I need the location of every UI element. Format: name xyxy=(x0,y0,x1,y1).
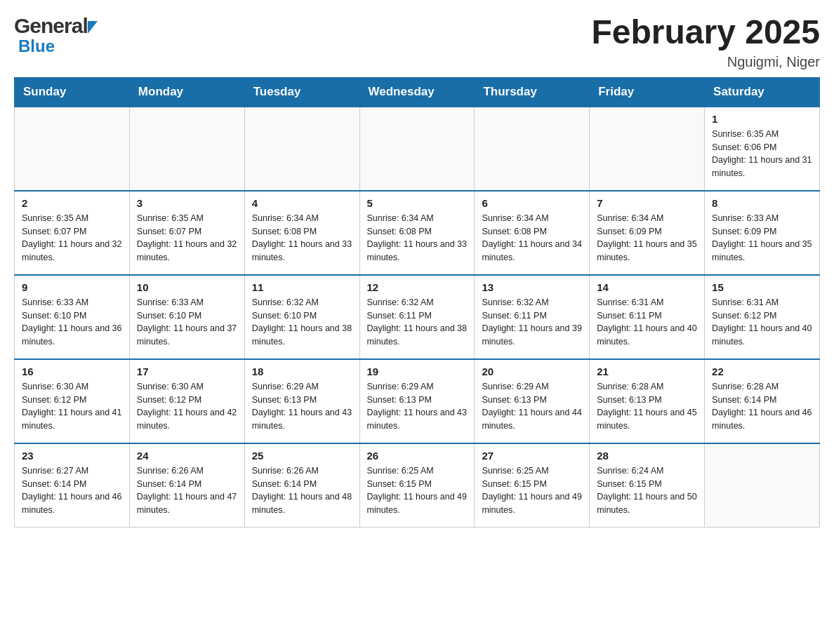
calendar-day-cell: 17Sunrise: 6:30 AMSunset: 6:12 PMDayligh… xyxy=(129,359,244,443)
day-info: Sunrise: 6:24 AMSunset: 6:15 PMDaylight:… xyxy=(597,464,697,517)
day-info: Sunrise: 6:26 AMSunset: 6:14 PMDaylight:… xyxy=(252,464,352,517)
day-info: Sunrise: 6:30 AMSunset: 6:12 PMDaylight:… xyxy=(22,380,122,433)
day-info: Sunrise: 6:27 AMSunset: 6:14 PMDaylight:… xyxy=(22,464,122,517)
day-number: 25 xyxy=(252,450,352,462)
calendar-day-cell: 5Sunrise: 6:34 AMSunset: 6:08 PMDaylight… xyxy=(359,191,475,275)
day-info: Sunrise: 6:34 AMSunset: 6:08 PMDaylight:… xyxy=(252,212,352,264)
day-number: 27 xyxy=(482,450,582,462)
calendar-day-cell: 11Sunrise: 6:32 AMSunset: 6:10 PMDayligh… xyxy=(244,275,359,359)
day-info: Sunrise: 6:33 AMSunset: 6:10 PMDaylight:… xyxy=(137,296,237,349)
calendar-day-cell: 16Sunrise: 6:30 AMSunset: 6:12 PMDayligh… xyxy=(15,359,130,443)
calendar-table: SundayMondayTuesdayWednesdayThursdayFrid… xyxy=(14,77,820,528)
calendar-day-header: Wednesday xyxy=(359,77,475,107)
calendar-day-cell xyxy=(15,107,130,191)
day-number: 26 xyxy=(367,450,468,462)
day-number: 10 xyxy=(137,281,237,293)
day-number: 2 xyxy=(22,197,122,209)
page-header: General Blue February 2025 Nguigmi, Nige… xyxy=(14,14,820,70)
day-number: 19 xyxy=(367,365,468,377)
calendar-header-row: SundayMondayTuesdayWednesdayThursdayFrid… xyxy=(15,77,820,107)
day-info: Sunrise: 6:33 AMSunset: 6:10 PMDaylight:… xyxy=(22,296,122,349)
calendar-week-row: 23Sunrise: 6:27 AMSunset: 6:14 PMDayligh… xyxy=(15,443,820,528)
calendar-day-cell: 20Sunrise: 6:29 AMSunset: 6:13 PMDayligh… xyxy=(475,359,590,443)
day-info: Sunrise: 6:35 AMSunset: 6:06 PMDaylight:… xyxy=(712,128,812,180)
logo: General Blue xyxy=(14,14,98,56)
calendar-day-cell: 25Sunrise: 6:26 AMSunset: 6:14 PMDayligh… xyxy=(244,443,359,528)
calendar-day-cell: 19Sunrise: 6:29 AMSunset: 6:13 PMDayligh… xyxy=(359,359,475,443)
logo-arrow-icon xyxy=(88,21,98,34)
day-info: Sunrise: 6:32 AMSunset: 6:11 PMDaylight:… xyxy=(482,296,582,349)
calendar-day-cell: 14Sunrise: 6:31 AMSunset: 6:11 PMDayligh… xyxy=(590,275,705,359)
day-info: Sunrise: 6:35 AMSunset: 6:07 PMDaylight:… xyxy=(22,212,122,264)
calendar-day-cell: 10Sunrise: 6:33 AMSunset: 6:10 PMDayligh… xyxy=(129,275,244,359)
day-info: Sunrise: 6:31 AMSunset: 6:12 PMDaylight:… xyxy=(712,296,812,349)
calendar-week-row: 9Sunrise: 6:33 AMSunset: 6:10 PMDaylight… xyxy=(15,275,820,359)
calendar-day-cell: 28Sunrise: 6:24 AMSunset: 6:15 PMDayligh… xyxy=(590,443,705,528)
calendar-week-row: 1Sunrise: 6:35 AMSunset: 6:06 PMDaylight… xyxy=(15,107,820,191)
calendar-day-cell: 9Sunrise: 6:33 AMSunset: 6:10 PMDaylight… xyxy=(15,275,130,359)
day-number: 9 xyxy=(22,281,122,293)
calendar-day-header: Tuesday xyxy=(244,77,359,107)
day-number: 7 xyxy=(597,197,697,209)
day-number: 14 xyxy=(597,281,697,293)
calendar-day-cell: 24Sunrise: 6:26 AMSunset: 6:14 PMDayligh… xyxy=(129,443,244,528)
day-number: 16 xyxy=(22,365,122,377)
calendar-day-cell: 18Sunrise: 6:29 AMSunset: 6:13 PMDayligh… xyxy=(244,359,359,443)
calendar-day-cell: 1Sunrise: 6:35 AMSunset: 6:06 PMDaylight… xyxy=(705,107,820,191)
day-info: Sunrise: 6:31 AMSunset: 6:11 PMDaylight:… xyxy=(597,296,697,349)
day-number: 1 xyxy=(712,113,812,125)
day-number: 12 xyxy=(367,281,468,293)
location: Nguigmi, Niger xyxy=(591,54,820,70)
calendar-day-cell: 6Sunrise: 6:34 AMSunset: 6:08 PMDaylight… xyxy=(475,191,590,275)
calendar-week-row: 16Sunrise: 6:30 AMSunset: 6:12 PMDayligh… xyxy=(15,359,820,443)
day-number: 20 xyxy=(482,365,582,377)
day-info: Sunrise: 6:29 AMSunset: 6:13 PMDaylight:… xyxy=(252,380,352,433)
day-info: Sunrise: 6:25 AMSunset: 6:15 PMDaylight:… xyxy=(482,464,582,517)
calendar-day-cell xyxy=(475,107,590,191)
day-info: Sunrise: 6:28 AMSunset: 6:14 PMDaylight:… xyxy=(712,380,812,433)
day-info: Sunrise: 6:32 AMSunset: 6:10 PMDaylight:… xyxy=(252,296,352,349)
calendar-day-header: Sunday xyxy=(15,77,130,107)
day-info: Sunrise: 6:33 AMSunset: 6:09 PMDaylight:… xyxy=(712,212,812,264)
day-info: Sunrise: 6:28 AMSunset: 6:13 PMDaylight:… xyxy=(597,380,697,433)
calendar-day-cell: 27Sunrise: 6:25 AMSunset: 6:15 PMDayligh… xyxy=(475,443,590,528)
day-number: 11 xyxy=(252,281,352,293)
day-number: 3 xyxy=(137,197,237,209)
calendar-day-cell xyxy=(244,107,359,191)
calendar-day-cell xyxy=(129,107,244,191)
day-number: 21 xyxy=(597,365,697,377)
day-number: 23 xyxy=(22,450,122,462)
day-info: Sunrise: 6:34 AMSunset: 6:08 PMDaylight:… xyxy=(367,212,468,264)
day-info: Sunrise: 6:34 AMSunset: 6:09 PMDaylight:… xyxy=(597,212,697,264)
calendar-day-header: Monday xyxy=(129,77,244,107)
logo-general-text: General xyxy=(14,14,88,38)
title-area: February 2025 Nguigmi, Niger xyxy=(591,14,820,70)
calendar-day-cell: 2Sunrise: 6:35 AMSunset: 6:07 PMDaylight… xyxy=(15,191,130,275)
day-number: 8 xyxy=(712,197,812,209)
calendar-day-cell xyxy=(359,107,475,191)
calendar-day-cell: 21Sunrise: 6:28 AMSunset: 6:13 PMDayligh… xyxy=(590,359,705,443)
calendar-day-cell: 23Sunrise: 6:27 AMSunset: 6:14 PMDayligh… xyxy=(15,443,130,528)
calendar-day-cell: 13Sunrise: 6:32 AMSunset: 6:11 PMDayligh… xyxy=(475,275,590,359)
day-number: 15 xyxy=(712,281,812,293)
day-number: 17 xyxy=(137,365,237,377)
day-number: 18 xyxy=(252,365,352,377)
day-info: Sunrise: 6:29 AMSunset: 6:13 PMDaylight:… xyxy=(482,380,582,433)
calendar-day-cell: 8Sunrise: 6:33 AMSunset: 6:09 PMDaylight… xyxy=(705,191,820,275)
logo-blue-text: Blue xyxy=(14,36,55,56)
day-number: 13 xyxy=(482,281,582,293)
day-info: Sunrise: 6:26 AMSunset: 6:14 PMDaylight:… xyxy=(137,464,237,517)
calendar-day-cell xyxy=(590,107,705,191)
day-info: Sunrise: 6:30 AMSunset: 6:12 PMDaylight:… xyxy=(137,380,237,433)
day-number: 6 xyxy=(482,197,582,209)
day-number: 5 xyxy=(367,197,468,209)
calendar-week-row: 2Sunrise: 6:35 AMSunset: 6:07 PMDaylight… xyxy=(15,191,820,275)
day-info: Sunrise: 6:25 AMSunset: 6:15 PMDaylight:… xyxy=(367,464,468,517)
calendar-day-cell: 26Sunrise: 6:25 AMSunset: 6:15 PMDayligh… xyxy=(359,443,475,528)
calendar-day-cell: 7Sunrise: 6:34 AMSunset: 6:09 PMDaylight… xyxy=(590,191,705,275)
day-number: 24 xyxy=(137,450,237,462)
day-info: Sunrise: 6:29 AMSunset: 6:13 PMDaylight:… xyxy=(367,380,468,433)
day-number: 28 xyxy=(597,450,697,462)
day-info: Sunrise: 6:34 AMSunset: 6:08 PMDaylight:… xyxy=(482,212,582,264)
month-title: February 2025 xyxy=(591,14,820,51)
